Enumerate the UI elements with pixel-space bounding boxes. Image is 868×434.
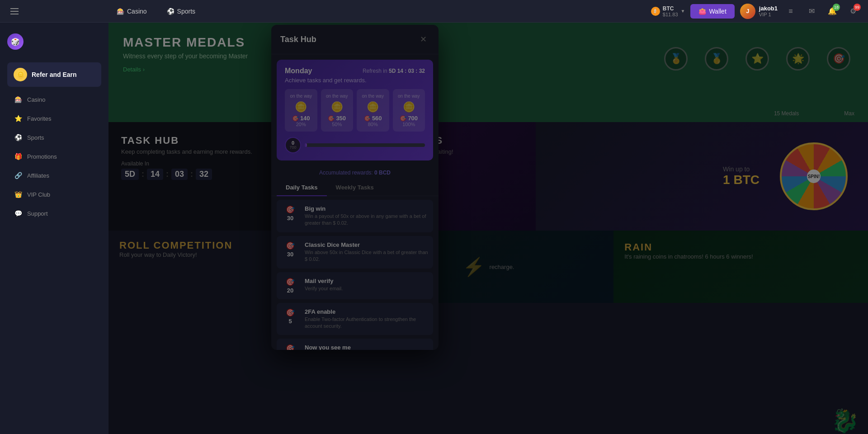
btc-promo-amount: 1 BTC <box>723 173 760 187</box>
spin-wheel[interactable]: SPIN! <box>780 142 848 210</box>
reward-tiers: on the way 🪙 🎯 140 20% on the way 🪙 🎯 35… <box>285 89 425 132</box>
accumulated-label: Accumulated rewards: <box>319 170 373 176</box>
casino-label: Casino <box>127 8 147 15</box>
hamburger-menu[interactable] <box>7 4 22 19</box>
main-content: MASTER MEDALS Witness every step of your… <box>108 23 868 434</box>
middle-row: TASK HUB Keep completing tasks and earni… <box>108 122 868 231</box>
tier-1: on the way 🪙 🎯 140 20% <box>285 89 317 132</box>
casino-sidebar-icon: 🎰 <box>14 95 23 104</box>
timer-days: 5D <box>121 169 139 180</box>
sidebar-item-affiliates[interactable]: 🔗 Affiliates <box>7 166 101 184</box>
rain-section: RAIN It's raining coins in chatrooms! 6 … <box>613 231 868 303</box>
sidebar-support-label: Support <box>27 210 48 217</box>
modal-tabs: Daily Tasks Weekly Tasks <box>271 179 439 196</box>
menu-icon-btn[interactable]: ≡ <box>783 4 798 19</box>
reward-banner: Monday Refresh in 5D 14 : 03 : 32 Achiev… <box>277 60 433 160</box>
task-big-win: 🎯 30 Big win Win a payout of 50x or abov… <box>277 200 433 232</box>
spin-center: SPIN! <box>807 170 821 183</box>
details-label: Details <box>123 66 141 73</box>
sidebar-item-sports[interactable]: ⚽ Sports <box>7 128 101 146</box>
task-big-win-desc: Win a payout of 50x or above in any game… <box>305 213 429 227</box>
modal-close-button[interactable]: ✕ <box>417 33 429 46</box>
tier-4-label: on the way <box>396 94 423 99</box>
sidebar-item-support[interactable]: 💬 Support <box>7 204 101 222</box>
favorites-icon: ⭐ <box>14 114 23 123</box>
task-big-win-num: 30 <box>287 215 293 222</box>
tier-2-coins: 🪙 <box>324 101 351 113</box>
task-big-win-points: 🎯 30 <box>281 205 299 222</box>
tier-2-amount-row: 🎯 350 <box>324 115 351 122</box>
task-dice-master-title: Classic Dice Master <box>305 241 429 248</box>
btc-price: $11.83 <box>663 12 678 17</box>
timer-seconds: 32 <box>196 169 212 180</box>
settings-badge: 99 <box>854 4 861 11</box>
tier-3-percent: 80% <box>359 122 387 127</box>
sidebar-item-vip[interactable]: 👑 VIP Club <box>7 185 101 203</box>
support-icon: 💬 <box>14 209 23 218</box>
progress-current: 0 700 <box>289 140 296 150</box>
task-2fa-points: 🎯 5 <box>281 308 299 325</box>
timer-minutes: 03 <box>171 169 188 180</box>
task-dice-master-icon: 🎯 <box>286 241 295 250</box>
tier-4-coins: 🪙 <box>396 101 423 113</box>
tier-1-amount: 140 <box>300 115 310 122</box>
tier-4-icon: 🎯 <box>400 115 406 122</box>
task-now-you-see-me-title: Now you see me <box>305 344 351 350</box>
wallet-button[interactable]: 👛 Wallet <box>690 4 734 19</box>
tier-4-amount-row: 🎯 700 <box>396 115 423 122</box>
task-mail-verify-title: Mail verify <box>305 278 343 284</box>
sports-icon: ⚽ <box>167 8 175 15</box>
tier-2-icon: 🎯 <box>328 115 335 122</box>
task-mail-verify-num: 20 <box>287 287 293 294</box>
rain-character: 🐉 <box>831 408 859 434</box>
btc-info[interactable]: ₿ BTC $11.83 ▼ <box>651 5 685 17</box>
timer-sep-3: : <box>190 170 193 179</box>
tier-3-icon: 🎯 <box>364 115 371 122</box>
medal-icon-1: 🏅 <box>664 47 688 71</box>
tab-weekly-tasks[interactable]: Weekly Tasks <box>327 179 383 196</box>
task-2fa-info: 2FA enable Enable Two-factor Authenticat… <box>305 308 429 330</box>
task-2fa-title: 2FA enable <box>305 308 429 315</box>
task-now-you-see-me-info: Now you see me Catch him yet? <box>305 344 351 350</box>
task-2fa-desc: Enable Two-factor Authentication to stre… <box>305 316 429 330</box>
btc-promo-section: Win up to 1 BTC SPIN! <box>536 122 868 231</box>
task-dice-master: 🎯 30 Classic Dice Master Win above 50x i… <box>277 236 433 269</box>
spin-wheel-section: SPIN! <box>769 131 859 222</box>
rain-title: RAIN <box>624 241 857 253</box>
casino-nav-btn[interactable]: 🎰 Casino <box>112 5 151 18</box>
medal-icon-2: 🥇 <box>705 47 728 71</box>
notification-icon-btn[interactable]: 🔔 18 <box>825 4 840 19</box>
settings-icon-btn[interactable]: ⚙ 99 <box>845 4 861 19</box>
refer-earn-item[interactable]: 🪙 Refer and Earn <box>7 62 101 87</box>
sidebar-item-favorites[interactable]: ⭐ Favorites <box>7 109 101 127</box>
sports-nav-btn[interactable]: ⚽ Sports <box>162 5 200 18</box>
btc-label: BTC <box>663 5 678 12</box>
task-mail-verify-info: Mail verify Verify your email. <box>305 278 343 292</box>
sidebar-casino-label: Casino <box>27 96 45 103</box>
medal-icon-3: ⭐ <box>745 47 769 71</box>
bottom-row: ROLL COMPETITION Roll your way to Daily … <box>108 231 868 303</box>
progress-row: 0 700 <box>285 137 425 153</box>
progress-circle: 0 700 <box>285 137 301 153</box>
tier-4-percent: 100% <box>396 122 423 127</box>
accumulated-value: 0 BCD <box>374 170 391 176</box>
tier-3-amount: 560 <box>372 115 382 122</box>
recharge-label: recharge. <box>490 264 514 270</box>
sidebar-item-casino[interactable]: 🎰 Casino <box>7 90 101 108</box>
tier-2-percent: 50% <box>324 122 351 127</box>
mail-icon-btn[interactable]: ✉ <box>804 4 819 19</box>
task-big-win-info: Big win Win a payout of 50x or above in … <box>305 205 429 227</box>
nav-center: 🎰 Casino ⚽ Sports <box>112 5 200 18</box>
task-mail-verify-desc: Verify your email. <box>305 285 343 292</box>
vip-icon: 👑 <box>14 190 23 199</box>
sidebar-item-promotions[interactable]: 🎁 Promotions <box>7 147 101 165</box>
task-mail-verify-icon: 🎯 <box>286 278 295 286</box>
refer-earn-label: Refer and Earn <box>32 71 77 78</box>
user-info[interactable]: J jakob1 VIP 1 <box>740 4 778 19</box>
tab-daily-tasks[interactable]: Daily Tasks <box>277 179 327 196</box>
sidebar-promotions-label: Promotions <box>27 153 57 160</box>
tier-4: on the way 🪙 🎯 700 100% <box>393 89 425 132</box>
max-label: Max <box>844 110 854 117</box>
medal-2: 🥇 <box>701 41 732 77</box>
task-now-you-see-me-points: 🎯 10 <box>281 344 299 350</box>
